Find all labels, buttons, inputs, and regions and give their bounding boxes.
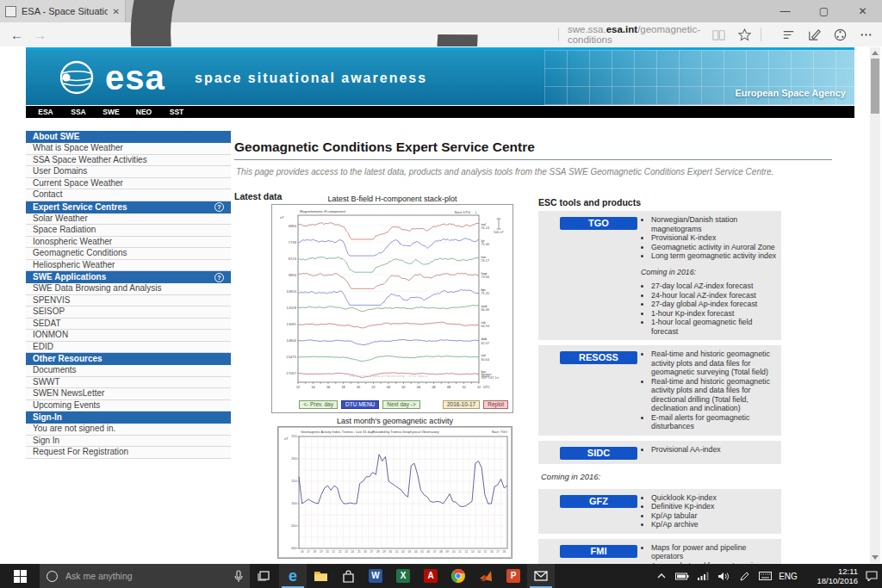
cortana-search-box[interactable]: Ask me anything — [40, 564, 250, 588]
sidebar-item[interactable]: What is Space Weather — [26, 143, 231, 155]
sidebar-item[interactable]: You are not signed in. — [26, 424, 231, 436]
taskbar-matlab[interactable] — [472, 564, 500, 588]
sidebar-item[interactable]: SWWT — [26, 377, 231, 389]
sidebar-item[interactable]: SEDAT — [26, 319, 231, 331]
sidebar-item[interactable]: Documents — [26, 365, 231, 377]
sidebar-item[interactable]: Request For Registration — [26, 447, 231, 459]
product-button-gfz[interactable]: GFZ — [560, 495, 637, 508]
taskbar-mail[interactable] — [527, 564, 555, 588]
sidebar-section-header[interactable]: Expert Service Centres? — [26, 201, 231, 214]
top-nav-esa[interactable]: ESA — [29, 108, 62, 116]
svg-text:150: 150 — [291, 480, 296, 483]
stackplot-chart: Latest B-field H-component stack-plot nT… — [271, 195, 513, 413]
taskbar-chrome[interactable] — [444, 564, 472, 588]
dtu-menu-button[interactable]: DTU MENU — [341, 400, 379, 409]
esa-banner: esa space situational awareness European… — [26, 47, 854, 105]
sidebar-item[interactable]: SWE Data Browsing and Analysis — [26, 283, 231, 295]
chrome-icon — [451, 569, 465, 583]
top-nav-swe[interactable]: SWE — [95, 108, 127, 116]
product-button-fmi[interactable]: FMI — [560, 545, 637, 558]
sidebar-section-header[interactable]: About SWE — [26, 131, 231, 143]
sidebar-item[interactable]: Current Space Weather — [26, 178, 231, 190]
product-button-resoss[interactable]: RESOSS — [560, 351, 637, 364]
sidebar-section-header[interactable]: Other Resources — [26, 353, 231, 365]
favorites-star-icon[interactable] — [737, 28, 752, 42]
taskbar-file-explorer[interactable] — [307, 564, 334, 588]
taskbar-edge[interactable]: e — [279, 564, 307, 588]
touch-keyboard-icon[interactable] — [755, 564, 775, 588]
sidebar-item[interactable]: SWEN NewsLetter — [26, 388, 231, 400]
sidebar-item[interactable]: SEISOP — [26, 306, 231, 319]
sidebar-item[interactable]: SSA Space Weather Activities — [26, 155, 231, 167]
taskbar-word[interactable]: W — [362, 564, 389, 588]
banner-tagline: space situational awareness — [195, 71, 427, 86]
sidebar-item[interactable]: Heliospheric Weather — [26, 260, 231, 272]
next-day-button[interactable]: Next day -> — [382, 400, 419, 409]
pen-icon[interactable] — [734, 564, 755, 588]
network-icon[interactable] — [693, 564, 713, 588]
maximize-button[interactable]: ▢ — [804, 0, 843, 22]
scrollbar-thumb[interactable] — [871, 59, 879, 114]
product-button-sidc[interactable]: SIDC — [560, 447, 637, 460]
forward-button[interactable]: → — [34, 28, 47, 42]
sidebar-item[interactable]: Contact — [26, 189, 231, 201]
product-button-tgo[interactable]: TGO — [560, 217, 637, 230]
sidebar-item[interactable]: Ionospheric Weather — [26, 237, 231, 249]
action-center-icon[interactable] — [861, 564, 882, 588]
back-button[interactable]: ← — [10, 28, 23, 42]
language-indicator[interactable]: ENG — [775, 572, 801, 581]
reading-view-icon[interactable] — [711, 28, 726, 42]
start-button[interactable] — [0, 564, 40, 588]
top-nav-neo[interactable]: NEO — [127, 108, 160, 116]
sidebar-item[interactable]: Sign In — [26, 436, 231, 448]
taskbar-store[interactable] — [334, 564, 362, 588]
svg-text:30: 30 — [389, 550, 393, 554]
activity-chart-box[interactable]: Geomagnetic Activity Index, Tromso - Las… — [277, 426, 512, 559]
scroll-up-icon[interactable] — [872, 51, 879, 55]
microphone-icon[interactable] — [234, 570, 243, 583]
svg-text:200: 200 — [291, 457, 296, 461]
task-view-button[interactable] — [250, 564, 279, 588]
prev-day-button[interactable]: <- Prev. day — [299, 400, 338, 409]
help-icon[interactable]: ? — [214, 202, 224, 212]
sidebar-item[interactable]: SPENVIS — [26, 295, 231, 307]
share-icon[interactable] — [833, 28, 848, 42]
svg-text:12: 12 — [296, 386, 300, 389]
taskbar-powerpoint[interactable]: P — [500, 564, 527, 588]
volume-icon[interactable] — [713, 564, 734, 588]
sidebar-item[interactable]: Space Radiation — [26, 225, 231, 237]
taskbar-excel[interactable]: X — [389, 564, 417, 588]
replot-button[interactable]: Replot — [483, 400, 508, 409]
tray-chevron-icon[interactable] — [651, 564, 672, 588]
coming-note: Coming in 2016: — [541, 472, 781, 481]
hub-icon[interactable] — [781, 28, 796, 42]
taskbar-clock[interactable]: 12:11 18/10/2016 — [804, 566, 858, 585]
url-text[interactable]: swe.ssa.esa.int/geomagnetic-conditions — [568, 24, 700, 45]
sidebar-item[interactable]: User Domains — [26, 166, 231, 178]
battery-icon[interactable] — [672, 564, 693, 588]
sidebar-section-header[interactable]: SWE Applications? — [26, 271, 231, 283]
help-icon[interactable]: ? — [214, 273, 224, 282]
sidebar-item[interactable]: Upcoming Events — [26, 400, 231, 412]
close-button[interactable]: ✕ — [843, 0, 882, 22]
top-nav-ssa[interactable]: SSA — [62, 108, 95, 116]
sidebar-item[interactable]: Geomagnetic Conditions — [26, 248, 231, 260]
minimize-button[interactable]: — — [766, 0, 804, 22]
svg-text:06: 06 — [432, 386, 435, 389]
top-nav-sst[interactable]: SST — [160, 108, 193, 116]
page-scrollbar[interactable] — [870, 47, 880, 563]
task-view-icon — [258, 570, 271, 582]
sidebar-section-header[interactable]: Sign-In — [26, 412, 231, 424]
sidebar-item[interactable]: EDID — [26, 342, 231, 354]
svg-text:19: 19 — [320, 550, 323, 554]
product-item: Real-time and historic geomagnetic activ… — [651, 377, 778, 413]
more-options-icon[interactable] — [859, 28, 873, 42]
sidebar-item[interactable]: IONMON — [26, 330, 231, 342]
svg-text:21: 21 — [332, 550, 336, 554]
stackplot-box[interactable]: nTMagnetometer H componentStart DTU↓500 … — [271, 204, 513, 413]
sidebar-item[interactable]: Solar Weather — [26, 214, 231, 226]
scroll-down-icon[interactable] — [872, 555, 879, 560]
taskbar-acrobat[interactable]: A — [417, 564, 444, 588]
web-note-icon[interactable] — [807, 28, 822, 42]
date-field[interactable]: 2016-10-17 — [443, 400, 480, 409]
